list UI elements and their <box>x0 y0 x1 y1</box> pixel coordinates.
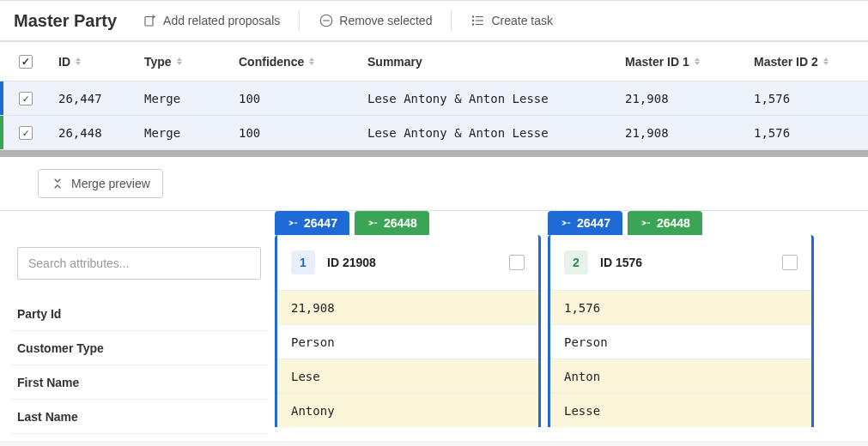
value-cell: Anton <box>550 359 811 393</box>
create-task-button[interactable]: Create task <box>462 8 561 33</box>
attr-label: Last Name <box>10 400 268 434</box>
proposals-table: ID Type Confidence Summary Master ID 1 M… <box>0 41 868 150</box>
cell-id: 26,448 <box>52 126 137 140</box>
attr-label: First Name <box>10 365 268 400</box>
merge-arrow-icon <box>640 217 652 229</box>
value-cell: Lese <box>277 359 538 393</box>
sort-icon <box>76 57 81 65</box>
detail-panel: Merge preview Party Id Customer Type Fir… <box>0 157 868 441</box>
compare-card-2: 26447 26448 2 ID 1576 1,576 Person Anton… <box>548 211 814 427</box>
merge-arrow-icon <box>367 217 379 229</box>
table-header: ID Type Confidence Summary Master ID 1 M… <box>0 42 868 81</box>
cell-type: Merge <box>137 92 232 105</box>
cell-master2: 1,576 <box>747 92 867 105</box>
task-list-icon <box>470 13 486 28</box>
toolbar: Master Party Add related proposals Remov… <box>0 0 868 41</box>
col-id[interactable]: ID <box>52 55 137 69</box>
page-title: Master Party <box>14 11 117 31</box>
search-attributes-input[interactable] <box>17 247 261 280</box>
cell-summary: Lese Antony & Anton Lesse <box>361 126 618 140</box>
col-summary[interactable]: Summary <box>361 55 618 69</box>
divider <box>451 10 452 31</box>
merge-icon <box>51 177 64 190</box>
attr-label: Party Id <box>10 297 268 331</box>
add-related-proposals-button[interactable]: Add related proposals <box>134 8 288 33</box>
sort-icon <box>177 57 182 65</box>
value-cell: 1,576 <box>550 290 811 324</box>
table-row[interactable]: 26,447 Merge 100 Lese Antony & Anton Les… <box>0 81 868 116</box>
select-all-checkbox[interactable] <box>19 55 33 69</box>
value-cell: Lesse <box>550 393 811 427</box>
cell-master1: 21,908 <box>618 126 747 140</box>
sort-icon <box>823 57 829 65</box>
card-tab-26447[interactable]: 26447 <box>548 211 622 235</box>
col-type[interactable]: Type <box>137 55 232 69</box>
cell-summary: Lese Antony & Anton Lesse <box>361 92 618 105</box>
add-related-icon <box>143 13 158 28</box>
cell-confidence: 100 <box>232 92 361 105</box>
row-checkbox[interactable] <box>19 92 33 105</box>
row-checkbox[interactable] <box>19 126 33 140</box>
cell-id: 26,447 <box>52 92 137 105</box>
card-select-checkbox[interactable] <box>782 255 798 270</box>
compare-card-1: 26447 26448 1 ID 21908 21,908 Person Les… <box>275 211 541 427</box>
merge-preview-button[interactable]: Merge preview <box>38 169 163 198</box>
value-cell: Person <box>277 324 538 359</box>
cell-master2: 1,576 <box>747 126 867 140</box>
value-cell: Antony <box>277 393 538 427</box>
card-tab-26448[interactable]: 26448 <box>355 211 429 235</box>
attr-label: Customer Type <box>10 331 268 365</box>
section-divider <box>0 150 868 157</box>
sort-icon <box>695 57 700 65</box>
col-master1[interactable]: Master ID 1 <box>618 55 747 69</box>
sort-icon <box>309 57 314 65</box>
value-cell: Person <box>550 324 811 359</box>
card-title: ID 1576 <box>600 256 770 269</box>
svg-point-9 <box>473 20 475 21</box>
svg-point-10 <box>473 24 475 26</box>
compare-grid: Party Id Customer Type First Name Last N… <box>0 211 868 441</box>
card-index-badge: 2 <box>564 250 588 274</box>
card-index-badge: 1 <box>291 250 315 274</box>
cell-master1: 21,908 <box>618 92 747 105</box>
merge-arrow-icon <box>287 217 299 229</box>
svg-point-8 <box>473 16 475 18</box>
card-title: ID 21908 <box>327 256 497 269</box>
value-cell: 21,908 <box>277 290 538 324</box>
cell-confidence: 100 <box>232 126 361 140</box>
merge-arrow-icon <box>560 217 572 229</box>
card-select-checkbox[interactable] <box>509 255 525 270</box>
card-tab-26447[interactable]: 26447 <box>275 211 349 235</box>
col-master2[interactable]: Master ID 2 <box>747 55 867 69</box>
card-tab-26448[interactable]: 26448 <box>628 211 702 235</box>
svg-rect-0 <box>145 17 153 27</box>
remove-icon <box>319 13 334 28</box>
table-row[interactable]: 26,448 Merge 100 Lese Antony & Anton Les… <box>0 116 868 150</box>
divider <box>299 10 300 31</box>
cell-type: Merge <box>137 126 232 140</box>
attributes-column: Party Id Customer Type First Name Last N… <box>10 211 268 434</box>
remove-selected-button[interactable]: Remove selected <box>310 8 440 33</box>
col-confidence[interactable]: Confidence <box>232 55 361 69</box>
